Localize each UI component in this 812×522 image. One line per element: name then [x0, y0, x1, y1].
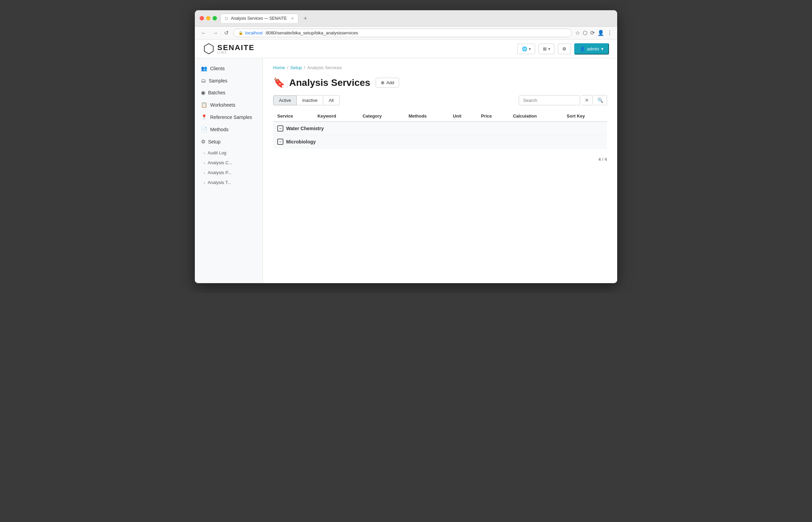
- search-bar: ✕ 🔍: [519, 95, 607, 105]
- menu-icon[interactable]: ⋮: [607, 30, 612, 36]
- group-toggle-water-chemistry[interactable]: − Water Chemistry: [277, 125, 324, 132]
- sidebar-item-clients[interactable]: 👥 Clients: [195, 62, 263, 75]
- breadcrumb-setup[interactable]: Setup: [290, 65, 302, 70]
- main-content: Home / Setup / Analysis Services 🔖 Analy…: [263, 58, 617, 283]
- header-actions: 🌐 ▾ ⊞ ▾ ⚙ 👤 admin ▾: [517, 43, 609, 55]
- sidebar-subitem-analysis-c[interactable]: › Analysis C...: [195, 158, 263, 168]
- user-menu-button[interactable]: 👤 admin ▾: [574, 43, 609, 55]
- sidebar-subitem-label-2: Analysis P...: [208, 170, 232, 175]
- expand-icon-water-chemistry: −: [277, 125, 283, 132]
- extension-icon2[interactable]: ⟳: [590, 30, 595, 36]
- search-input[interactable]: [519, 95, 580, 105]
- sidebar-subitem-label-3: Analysis T...: [208, 180, 231, 185]
- methods-icon: 📄: [201, 126, 207, 133]
- sidebar-subitem-analysis-p[interactable]: › Analysis P...: [195, 168, 263, 178]
- col-header-service: Service: [273, 111, 313, 122]
- breadcrumb-sep1: /: [287, 65, 288, 70]
- col-header-keyword: Keyword: [313, 111, 358, 122]
- add-icon: ⊕: [381, 80, 385, 85]
- sidebar: 👥 Clients 🗂 Samples ◉ Batches 📋 Workshee…: [195, 58, 263, 283]
- sidebar-label-samples: Samples: [209, 78, 227, 83]
- reload-button[interactable]: ↺: [223, 29, 230, 37]
- chevron-analysis-p: ›: [204, 171, 205, 175]
- lock-icon: 🔒: [238, 31, 243, 35]
- tab-favicon: ⬡: [225, 16, 228, 21]
- group-toggle-microbiology[interactable]: − Microbiology: [277, 139, 316, 145]
- page-title-text: Analysis Services: [289, 77, 370, 88]
- col-header-unit: Unit: [449, 111, 477, 122]
- sidebar-item-worksheets[interactable]: 📋 Worksheets: [195, 99, 263, 111]
- address-rest: :8080/senaite/bika_setup/bika_analysisse…: [265, 30, 567, 35]
- sidebar-label-methods: Methods: [210, 127, 229, 132]
- extension-icon1[interactable]: ⬡: [583, 30, 588, 36]
- app-header: SENAITE LIMS 🌐 ▾ ⊞ ▾ ⚙ 👤 admin: [195, 40, 617, 58]
- table-row: − Microbiology: [273, 135, 607, 149]
- grid-icon: ⊞: [543, 46, 547, 51]
- page-title-icon: 🔖: [273, 77, 285, 88]
- search-submit-button[interactable]: 🔍: [594, 95, 607, 105]
- bookmark-icon[interactable]: ☆: [575, 30, 580, 36]
- globe-icon: 🌐: [522, 46, 527, 51]
- back-button[interactable]: ←: [200, 29, 208, 37]
- svg-marker-0: [204, 44, 213, 54]
- grid-caret: ▾: [548, 47, 550, 51]
- add-button[interactable]: ⊕ Add: [376, 78, 399, 88]
- gear-icon: ⚙: [562, 46, 566, 51]
- address-bar[interactable]: 🔒 localhost :8080/senaite/bika_setup/bik…: [233, 29, 572, 37]
- sidebar-label-batches: Batches: [208, 90, 225, 95]
- samples-icon: 🗂: [201, 78, 206, 83]
- page-title: 🔖 Analysis Services: [273, 77, 370, 88]
- filter-tabs: Active Inactive All: [273, 95, 340, 105]
- clients-icon: 👥: [201, 65, 207, 72]
- analysis-services-table: Service Keyword Category Methods Unit Pr…: [273, 111, 607, 149]
- worksheets-icon: 📋: [201, 102, 207, 108]
- group-label-microbiology: Microbiology: [286, 139, 316, 144]
- close-dot[interactable]: [200, 16, 204, 20]
- tab-title: Analysis Services — SENAITE: [231, 16, 287, 21]
- sidebar-subitem-analysis-t[interactable]: › Analysis T...: [195, 178, 263, 187]
- profile-icon[interactable]: 👤: [597, 30, 604, 36]
- logo-hex-icon: [203, 43, 215, 55]
- breadcrumb: Home / Setup / Analysis Services: [273, 65, 607, 70]
- add-label: Add: [386, 80, 394, 85]
- breadcrumb-home[interactable]: Home: [273, 65, 285, 70]
- forward-button[interactable]: →: [211, 29, 219, 37]
- filter-all[interactable]: All: [323, 95, 339, 105]
- search-clear-button[interactable]: ✕: [581, 95, 593, 105]
- sidebar-item-setup[interactable]: ⚙ Setup: [195, 136, 263, 148]
- filter-row: Active Inactive All ✕ 🔍: [273, 95, 607, 105]
- expand-icon-microbiology: −: [277, 139, 283, 145]
- col-header-price: Price: [477, 111, 509, 122]
- breadcrumb-current: Analysis Services: [307, 65, 342, 70]
- col-header-calculation: Calculation: [509, 111, 563, 122]
- sidebar-label-worksheets: Worksheets: [210, 102, 235, 108]
- filter-active[interactable]: Active: [273, 95, 297, 105]
- browser-tab[interactable]: ⬡ Analysis Services — SENAITE ✕: [220, 14, 298, 23]
- page-header: 🔖 Analysis Services ⊕ Add: [273, 77, 607, 88]
- address-key: localhost: [245, 30, 263, 35]
- grid-button[interactable]: ⊞ ▾: [538, 44, 555, 54]
- sidebar-subitem-audit-log[interactable]: › Audit Log: [195, 148, 263, 158]
- new-tab-button[interactable]: +: [302, 15, 309, 21]
- tab-close-button[interactable]: ✕: [291, 16, 294, 21]
- sidebar-item-samples[interactable]: 🗂 Samples: [195, 75, 263, 87]
- col-header-methods: Methods: [404, 111, 449, 122]
- maximize-dot[interactable]: [213, 16, 217, 20]
- chevron-analysis-c: ›: [204, 161, 205, 165]
- logo: SENAITE LIMS: [203, 43, 254, 55]
- sidebar-item-batches[interactable]: ◉ Batches: [195, 87, 263, 99]
- table-row: − Water Chemistry: [273, 122, 607, 135]
- settings-button[interactable]: ⚙: [558, 44, 571, 54]
- user-caret: ▾: [601, 46, 604, 51]
- user-label: admin: [587, 46, 599, 51]
- sidebar-item-reference-samples[interactable]: 📍 Reference Samples: [195, 111, 263, 123]
- language-button[interactable]: 🌐 ▾: [517, 44, 535, 54]
- filter-inactive[interactable]: Inactive: [297, 95, 323, 105]
- chevron-analysis-t: ›: [204, 181, 205, 185]
- batches-icon: ◉: [201, 90, 205, 96]
- setup-icon: ⚙: [201, 139, 205, 145]
- reference-samples-icon: 📍: [201, 114, 207, 120]
- minimize-dot[interactable]: [206, 16, 210, 20]
- sidebar-label-reference-samples: Reference Samples: [210, 114, 252, 120]
- sidebar-item-methods[interactable]: 📄 Methods: [195, 123, 263, 136]
